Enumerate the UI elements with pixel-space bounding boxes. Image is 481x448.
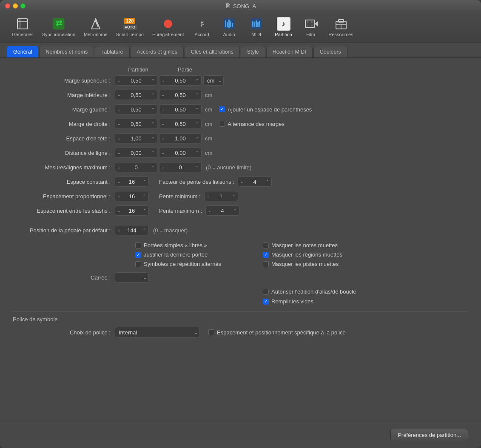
cb-portees-libres-input[interactable] bbox=[135, 243, 141, 248]
spinner-marge-sup-partie[interactable]: ⌄ 0,50 ⌃ bbox=[159, 75, 202, 86]
spinner-up[interactable]: ⌃ bbox=[149, 76, 157, 85]
toolbar-item-generales[interactable]: Générales bbox=[9, 15, 37, 39]
toolbar-item-ressources[interactable]: Ressources bbox=[325, 15, 357, 39]
tab-accords[interactable]: Accords et grilles bbox=[131, 46, 184, 57]
minimize-button[interactable] bbox=[13, 3, 18, 9]
spinner-down[interactable]: ⌄ bbox=[115, 134, 123, 143]
spinner-position-pedale[interactable]: ⌄ 144 ⌃ bbox=[115, 225, 149, 235]
spinner-down[interactable]: ⌄ bbox=[159, 163, 167, 172]
toolbar-item-accord[interactable]: ♯ Accord bbox=[189, 15, 215, 39]
spinner-up[interactable]: ⌃ bbox=[194, 105, 201, 114]
toolbar-item-midi[interactable]: MIDI bbox=[244, 15, 269, 39]
spinner-up[interactable]: ⌃ bbox=[149, 90, 157, 100]
tab-nombres[interactable]: Nombres et noms bbox=[39, 46, 94, 57]
spinner-down[interactable]: ⌄ bbox=[115, 76, 123, 85]
spinner-mesures-partie[interactable]: ⌄ 0 ⌃ bbox=[159, 162, 202, 172]
spinner-pente-min[interactable]: ⌄ 1 ⌃ bbox=[204, 191, 238, 201]
preferences-button[interactable]: Préférences de partition... bbox=[390, 429, 468, 441]
cb-symboles-rep-input[interactable] bbox=[135, 261, 141, 267]
spinner-mesures-partition[interactable]: ⌄ 0 ⌃ bbox=[115, 162, 157, 172]
spinner-down[interactable]: ⌄ bbox=[115, 119, 123, 128]
toolbar-item-film[interactable]: Film bbox=[298, 15, 324, 39]
cb-remplir-input[interactable] bbox=[263, 299, 269, 305]
spinner-marge-inf-partition[interactable]: ⌄ 0,50 ⌃ bbox=[115, 90, 157, 100]
spinner-marge-droite-partie[interactable]: ⌄ 0,50 ⌃ bbox=[159, 119, 202, 129]
toolbar-item-metronome[interactable]: Métronome bbox=[80, 15, 111, 39]
spinner-down[interactable]: ⌄ bbox=[115, 206, 123, 215]
spinner-up[interactable]: ⌃ bbox=[149, 148, 157, 157]
spinner-up[interactable]: ⌃ bbox=[149, 163, 157, 172]
spinner-espace-constant[interactable]: ⌄ 16 ⌃ bbox=[115, 177, 149, 187]
spinner-up[interactable]: ⌃ bbox=[141, 191, 148, 201]
unit-select[interactable]: cm in pt bbox=[203, 75, 224, 86]
checkbox-alternance-input[interactable] bbox=[219, 121, 225, 127]
spinner-down[interactable]: ⌄ bbox=[115, 191, 123, 201]
spinner-down[interactable]: ⌄ bbox=[115, 163, 123, 172]
spinner-down[interactable]: ⌄ bbox=[238, 177, 246, 186]
tab-reaction[interactable]: Réaction MIDI bbox=[266, 46, 313, 57]
spinner-down[interactable]: ⌄ bbox=[115, 105, 123, 114]
carree-select[interactable]: - bbox=[115, 272, 149, 282]
tab-tablature[interactable]: Tablature bbox=[95, 46, 129, 57]
spinner-up[interactable]: ⌃ bbox=[194, 76, 201, 85]
spinner-down[interactable]: ⌄ bbox=[159, 105, 167, 114]
cb-autoriser-input[interactable] bbox=[263, 289, 269, 295]
spinner-down[interactable]: ⌄ bbox=[115, 148, 123, 157]
spinner-pente-max[interactable]: ⌄ 4 ⌃ bbox=[205, 205, 239, 216]
spinner-marge-sup-partition[interactable]: ⌄ 0,50 ⌃ bbox=[115, 75, 157, 86]
cb-espacement-police-input[interactable] bbox=[208, 329, 214, 335]
spinner-espacement-prop[interactable]: ⌄ 16 ⌃ bbox=[115, 191, 149, 201]
spinner-down[interactable]: ⌄ bbox=[206, 206, 213, 215]
spinner-down[interactable]: ⌄ bbox=[159, 148, 167, 157]
spinner-up[interactable]: ⌃ bbox=[231, 206, 239, 215]
tab-style[interactable]: Style bbox=[241, 46, 265, 57]
checkbox-parentheses-input[interactable] bbox=[219, 106, 225, 112]
spinner-down[interactable]: ⌄ bbox=[205, 191, 212, 201]
spinner-up[interactable]: ⌃ bbox=[194, 90, 201, 100]
toolbar-item-synchronisation[interactable]: ⇄ Synchronisation bbox=[39, 15, 79, 39]
spinner-down[interactable]: ⌄ bbox=[115, 177, 123, 186]
toolbar-item-partition[interactable]: ♪ Partition bbox=[271, 15, 296, 39]
spinner-up[interactable]: ⌃ bbox=[194, 134, 201, 143]
spinner-facteur-pente[interactable]: ⌄ 4 ⌃ bbox=[238, 177, 272, 187]
police-select[interactable]: Internal bbox=[115, 327, 200, 338]
spinner-distance-partition[interactable]: ⌄ 0,00 ⌃ bbox=[115, 148, 157, 158]
spinner-down[interactable]: ⌄ bbox=[115, 225, 123, 235]
toolbar-item-enregistrement[interactable]: Enregistrement bbox=[149, 15, 188, 39]
spinner-entete-partition[interactable]: ⌄ 1,00 ⌃ bbox=[115, 133, 157, 143]
spinner-down[interactable]: ⌄ bbox=[159, 90, 167, 100]
maximize-button[interactable] bbox=[20, 3, 26, 9]
spinner-up[interactable]: ⌃ bbox=[141, 225, 148, 235]
cb-masquer-regions-input[interactable] bbox=[263, 252, 269, 258]
spinner-up[interactable]: ⌃ bbox=[194, 119, 201, 128]
spinner-marge-gauche-partie[interactable]: ⌄ 0,50 ⌃ bbox=[159, 104, 202, 114]
spinner-down[interactable]: ⌄ bbox=[159, 119, 167, 128]
spinner-up[interactable]: ⌃ bbox=[141, 177, 148, 186]
spinner-up[interactable]: ⌃ bbox=[149, 119, 157, 128]
spinner-up[interactable]: ⌃ bbox=[264, 177, 271, 186]
spinner-entete-partie[interactable]: ⌄ 1,00 ⌃ bbox=[159, 133, 202, 143]
tab-general[interactable]: Général bbox=[7, 46, 38, 57]
spinner-up[interactable]: ⌃ bbox=[194, 148, 201, 157]
spinner-distance-partie[interactable]: ⌄ 0,00 ⌃ bbox=[159, 148, 202, 158]
spinner-marge-droite-partition[interactable]: ⌄ 0,50 ⌃ bbox=[115, 119, 157, 129]
spinner-marge-inf-partie[interactable]: ⌄ 0,50 ⌃ bbox=[159, 90, 202, 100]
close-button[interactable] bbox=[5, 3, 10, 9]
spinner-up[interactable]: ⌃ bbox=[149, 105, 157, 114]
spinner-up[interactable]: ⌃ bbox=[149, 134, 157, 143]
spinner-up[interactable]: ⌃ bbox=[141, 206, 148, 215]
spinner-up[interactable]: ⌃ bbox=[194, 163, 201, 172]
cb-masquer-notes-input[interactable] bbox=[263, 243, 269, 248]
tab-couleurs[interactable]: Couleurs bbox=[313, 46, 347, 57]
spinner-espacement-slashs[interactable]: ⌄ 16 ⌃ bbox=[115, 205, 149, 216]
tab-cles[interactable]: Clés et altérations bbox=[185, 46, 240, 57]
cb-masquer-pistes-input[interactable] bbox=[263, 261, 269, 267]
spinner-down[interactable]: ⌄ bbox=[159, 134, 167, 143]
spinner-down[interactable]: ⌄ bbox=[159, 76, 167, 85]
cb-justifier-input[interactable] bbox=[135, 252, 141, 258]
spinner-down[interactable]: ⌄ bbox=[115, 90, 123, 100]
spinner-up[interactable]: ⌃ bbox=[230, 191, 238, 201]
spinner-marge-gauche-partition[interactable]: ⌄ 0,50 ⌃ bbox=[115, 104, 157, 114]
toolbar-item-smarttempo[interactable]: 120 AUTO Smart Tempo bbox=[113, 15, 147, 39]
toolbar-item-audio[interactable]: Audio bbox=[216, 15, 242, 39]
